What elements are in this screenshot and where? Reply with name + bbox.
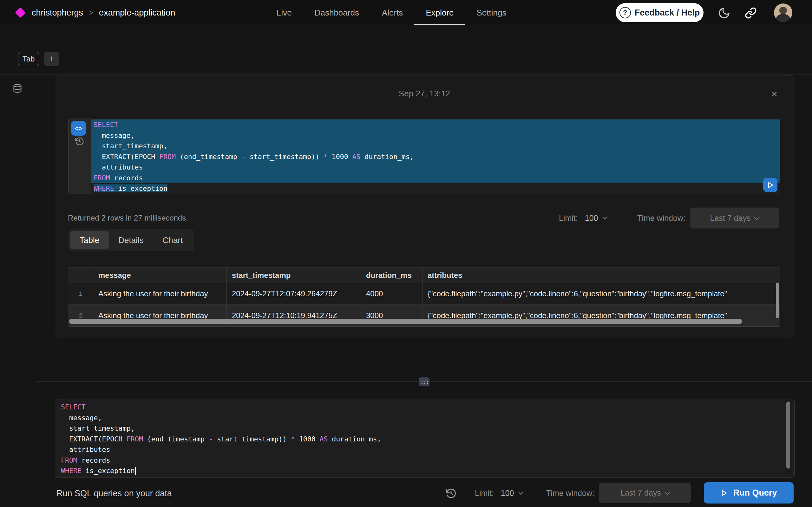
divider: [0, 74, 812, 75]
logfire-explore-page: christophergs > example-application Live…: [0, 0, 812, 507]
text-cursor: [135, 467, 136, 475]
link-icon: [745, 7, 757, 19]
sql-editor[interactable]: SELECT message, start_timestamp, EXTRACT…: [55, 399, 795, 478]
logfire-logo-icon[interactable]: [15, 7, 26, 18]
breadcrumb: christophergs > example-application: [32, 0, 175, 25]
avatar-silhouette: [779, 7, 787, 14]
result-tab-details[interactable]: Details: [109, 231, 153, 249]
result-view-tabs: TableDetailsChart: [68, 229, 194, 251]
add-tab-button[interactable]: +: [44, 52, 59, 66]
breadcrumb-org[interactable]: christophergs: [32, 8, 83, 18]
code-line: message,: [59, 412, 794, 424]
code-line: FROM records: [91, 173, 780, 183]
executed-sql-code[interactable]: SELECT message, start_timestamp, EXTRACT…: [91, 118, 780, 193]
chevron-down-icon: [754, 215, 760, 220]
executed-query-block: <> SELECT message, start_timestamp, EXTR…: [68, 118, 780, 194]
rerun-query-button[interactable]: [763, 178, 777, 192]
time-window-value: Last 7 days: [620, 488, 661, 498]
code-line: WHERE is_exception: [59, 465, 794, 476]
vertical-scrollbar[interactable]: [776, 283, 779, 318]
splitter-drag-handle[interactable]: [419, 377, 429, 386]
limit-value: 100: [585, 214, 598, 223]
code-line: FROM records: [59, 455, 794, 466]
play-icon: [720, 489, 728, 497]
table-cell: 4000: [361, 283, 422, 304]
table-cell: 2024-09-27T12:07:49.264279Z: [226, 283, 361, 304]
run-query-label: Run Query: [733, 488, 777, 498]
nav-item-dashboards[interactable]: Dashboards: [303, 0, 370, 25]
code-line: start_timestamp,: [59, 423, 794, 434]
code-gutter: <>: [68, 118, 91, 193]
code-icon: <>: [74, 124, 83, 132]
query-status: Returned 2 rows in 27 milliseconds.: [68, 214, 188, 222]
row-number-header: [68, 268, 93, 283]
moon-icon: [718, 7, 730, 19]
drag-dots-icon: [420, 380, 428, 384]
history-icon: [445, 488, 457, 499]
code-toggle-button[interactable]: <>: [71, 121, 86, 135]
table-cell: Asking the user for their birthday: [93, 283, 226, 304]
history-icon: [75, 136, 84, 146]
code-line: SELECT: [59, 402, 794, 412]
limit-label: Limit:: [475, 489, 494, 498]
breadcrumb-project[interactable]: example-application: [99, 8, 175, 18]
code-line: EXTRACT(EPOCH FROM (end_timestamp - star…: [59, 434, 794, 445]
table-cell: {"code.filepath":"example.py","code.line…: [422, 283, 780, 304]
question-mark-icon: ?: [619, 7, 631, 18]
chevron-down-icon: [602, 215, 608, 220]
column-header-attributes: attributes: [422, 268, 780, 283]
result-tab-table[interactable]: Table: [70, 231, 109, 249]
nav-item-settings[interactable]: Settings: [465, 0, 518, 25]
query-history-button[interactable]: [75, 136, 84, 146]
breadcrumb-separator: >: [89, 8, 93, 17]
chevron-down-icon: [518, 490, 524, 495]
code-line: attributes: [59, 444, 794, 455]
row-number: 1: [68, 283, 93, 304]
column-header-duration_ms: duration_ms: [361, 268, 422, 283]
main-nav: LiveDashboardsAlertsExploreSettings: [265, 0, 518, 25]
top-nav: christophergs > example-application Live…: [0, 0, 812, 25]
editor-hint: Run SQL queries on your data: [56, 489, 172, 498]
feedback-help-button[interactable]: ? Feedback / Help: [616, 3, 704, 22]
nav-item-alerts[interactable]: Alerts: [370, 0, 414, 25]
horizontal-scrollbar[interactable]: [69, 319, 742, 324]
editor-scrollbar-thumb[interactable]: [786, 401, 790, 469]
plus-icon: +: [49, 54, 55, 64]
theme-toggle-button[interactable]: [716, 4, 733, 21]
time-window-value: Last 7 days: [710, 214, 751, 223]
footer-limit-dropdown[interactable]: Limit: 100: [475, 484, 523, 502]
feedback-help-label: Feedback / Help: [635, 8, 700, 18]
limit-value: 100: [501, 489, 514, 498]
time-window-dropdown[interactable]: Last 7 days: [690, 208, 779, 228]
code-line: EXTRACT(EPOCH FROM (end_timestamp - star…: [91, 152, 780, 162]
nav-item-live[interactable]: Live: [265, 0, 303, 25]
query-timestamp: Sep 27, 13:12: [55, 89, 794, 99]
table-header-row: messagestart_timestampduration_msattribu…: [68, 268, 780, 283]
code-line: attributes: [91, 162, 780, 173]
share-link-button[interactable]: [742, 4, 759, 21]
run-query-button[interactable]: Run Query: [704, 482, 794, 504]
footer-time-window-label: Time window:: [546, 489, 595, 498]
chevron-down-icon: [664, 490, 670, 495]
play-icon: [767, 181, 774, 189]
time-window-label: Time window:: [637, 214, 686, 223]
column-header-message: message: [93, 268, 226, 283]
code-line: SELECT: [91, 119, 780, 130]
schema-browser-button[interactable]: [13, 83, 22, 94]
table-row[interactable]: 1Asking the user for their birthday2024-…: [68, 283, 780, 304]
limit-dropdown[interactable]: Limit: 100: [559, 209, 607, 227]
sidebar-divider: [36, 75, 36, 478]
limit-label: Limit:: [559, 214, 578, 223]
user-avatar[interactable]: [774, 3, 792, 22]
column-header-start_timestamp: start_timestamp: [226, 268, 361, 283]
nav-item-explore[interactable]: Explore: [414, 0, 465, 25]
close-icon[interactable]: ×: [771, 88, 777, 100]
code-line: start_timestamp,: [91, 141, 780, 152]
code-line: message,: [91, 130, 780, 141]
query-tab[interactable]: Tab: [18, 52, 39, 66]
database-icon: [13, 83, 22, 94]
history-button[interactable]: [445, 488, 457, 499]
results-table: messagestart_timestampduration_msattribu…: [68, 267, 780, 327]
result-tab-chart[interactable]: Chart: [153, 231, 193, 249]
footer-time-window-dropdown[interactable]: Last 7 days: [599, 483, 691, 503]
